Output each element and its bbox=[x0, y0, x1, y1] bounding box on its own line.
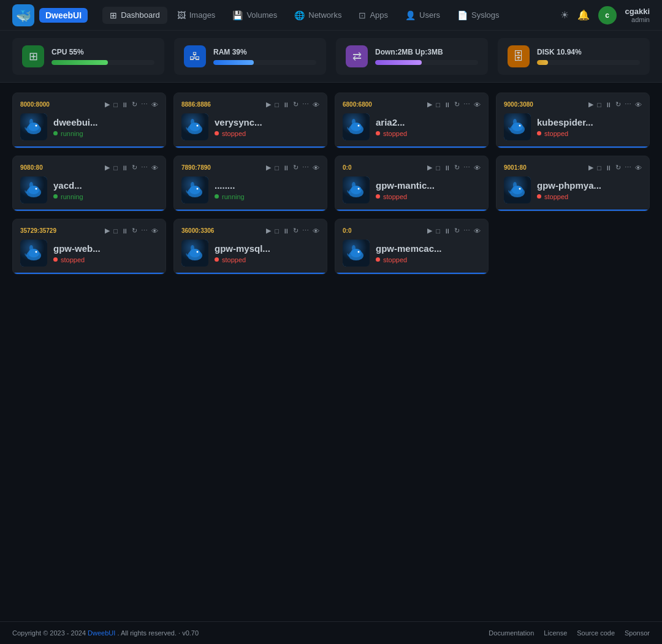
pause-icon[interactable]: ⏸ bbox=[121, 227, 128, 235]
pause-icon[interactable]: ⏸ bbox=[444, 227, 451, 235]
eye-icon[interactable]: 👁 bbox=[151, 101, 158, 108]
more-icon[interactable]: ⋯ bbox=[302, 227, 309, 235]
play-icon[interactable]: ▶ bbox=[427, 227, 432, 235]
more-icon[interactable]: ⋯ bbox=[463, 227, 470, 235]
play-icon[interactable]: ▶ bbox=[105, 100, 110, 108]
nav-networks[interactable]: 🌐 Networks bbox=[287, 7, 349, 24]
stop-icon[interactable]: □ bbox=[436, 164, 440, 172]
card-status: stopped bbox=[215, 130, 319, 137]
avatar[interactable]: c bbox=[598, 6, 617, 25]
restart-icon[interactable]: ↻ bbox=[293, 100, 299, 108]
stop-icon[interactable]: □ bbox=[436, 227, 440, 235]
restart-icon[interactable]: ↻ bbox=[615, 164, 621, 172]
stop-icon[interactable]: □ bbox=[275, 227, 279, 235]
footer-source-code[interactable]: Source code bbox=[577, 629, 615, 637]
eye-icon[interactable]: 👁 bbox=[474, 101, 481, 108]
play-icon[interactable]: ▶ bbox=[266, 164, 271, 172]
footer-left: Copyright © 2023 - 2024 DweebUI . All ri… bbox=[12, 629, 199, 637]
more-icon[interactable]: ⋯ bbox=[463, 164, 470, 172]
footer-license[interactable]: License bbox=[544, 629, 567, 637]
restart-icon[interactable]: ↻ bbox=[293, 164, 299, 172]
eye-icon[interactable]: 👁 bbox=[313, 101, 319, 108]
nav-volumes[interactable]: 💾 Volumes bbox=[225, 7, 284, 24]
eye-icon[interactable]: 👁 bbox=[635, 164, 642, 172]
svg-point-26 bbox=[29, 182, 33, 188]
nav-dashboard[interactable]: ⊞ Dashboard bbox=[102, 7, 167, 24]
eye-icon[interactable]: 👁 bbox=[635, 101, 642, 108]
stop-icon[interactable]: □ bbox=[275, 101, 279, 108]
more-icon[interactable]: ⋯ bbox=[625, 100, 631, 108]
pause-icon[interactable]: ⏸ bbox=[121, 164, 128, 172]
restart-icon[interactable]: ↻ bbox=[454, 164, 460, 172]
main-content: 8000:8000 ▶ □ ⏸ ↻ ⋯ 👁 bbox=[0, 83, 662, 621]
network-bar-fill bbox=[375, 60, 422, 65]
containers-grid: 8000:8000 ▶ □ ⏸ ↻ ⋯ 👁 bbox=[12, 93, 650, 275]
more-icon[interactable]: ⋯ bbox=[302, 100, 309, 108]
eye-icon[interactable]: 👁 bbox=[151, 227, 158, 235]
restart-icon[interactable]: ↻ bbox=[454, 227, 460, 235]
nav-syslogs[interactable]: 📄 Syslogs bbox=[450, 7, 507, 24]
ram-icon: 🖧 bbox=[184, 45, 206, 67]
nav-images[interactable]: 🖼 Images bbox=[170, 7, 223, 24]
more-icon[interactable]: ⋯ bbox=[625, 164, 631, 172]
logo-text[interactable]: DweebUI bbox=[39, 8, 88, 23]
card-info: gpw-web... stopped bbox=[53, 243, 158, 263]
notifications-icon[interactable]: 🔔 bbox=[577, 9, 590, 21]
stop-icon[interactable]: □ bbox=[275, 164, 279, 172]
footer-documentation[interactable]: Documentation bbox=[489, 629, 534, 637]
pause-icon[interactable]: ⏸ bbox=[444, 164, 451, 172]
pause-icon[interactable]: ⏸ bbox=[605, 164, 612, 172]
svg-point-30 bbox=[197, 188, 199, 190]
more-icon[interactable]: ⋯ bbox=[141, 164, 148, 172]
eye-icon[interactable]: 👁 bbox=[474, 164, 481, 172]
restart-icon[interactable]: ↻ bbox=[454, 100, 460, 108]
apps-icon: ⊡ bbox=[359, 10, 366, 20]
restart-icon[interactable]: ↻ bbox=[132, 227, 137, 235]
stop-icon[interactable]: □ bbox=[597, 164, 601, 172]
stop-icon[interactable]: □ bbox=[597, 101, 601, 108]
eye-icon[interactable]: 👁 bbox=[313, 227, 319, 235]
restart-icon[interactable]: ↻ bbox=[293, 227, 299, 235]
stat-disk: 🗄 DISK 10.94% bbox=[498, 38, 650, 75]
disk-icon: 🗄 bbox=[508, 45, 530, 67]
footer-sponsor[interactable]: Sponsor bbox=[625, 629, 650, 637]
syslogs-icon: 📄 bbox=[457, 10, 468, 20]
theme-icon[interactable]: ☀ bbox=[560, 9, 569, 21]
more-icon[interactable]: ⋯ bbox=[141, 100, 148, 108]
eye-icon[interactable]: 👁 bbox=[151, 164, 158, 172]
stop-icon[interactable]: □ bbox=[113, 101, 118, 108]
more-icon[interactable]: ⋯ bbox=[302, 164, 309, 172]
eye-icon[interactable]: 👁 bbox=[313, 164, 319, 172]
pause-icon[interactable]: ⏸ bbox=[283, 227, 289, 235]
footer-right: Documentation License Source code Sponso… bbox=[489, 629, 650, 637]
nav-users[interactable]: 👤 Users bbox=[398, 7, 447, 24]
restart-icon[interactable]: ↻ bbox=[132, 164, 137, 172]
eye-icon[interactable]: 👁 bbox=[474, 227, 481, 235]
pause-icon[interactable]: ⏸ bbox=[121, 101, 128, 108]
stop-icon[interactable]: □ bbox=[113, 164, 118, 172]
play-icon[interactable]: ▶ bbox=[266, 227, 271, 235]
play-icon[interactable]: ▶ bbox=[105, 164, 110, 172]
cpu-label: CPU 55% bbox=[51, 48, 154, 56]
svg-point-11 bbox=[191, 119, 194, 125]
play-icon[interactable]: ▶ bbox=[105, 227, 110, 235]
pause-icon[interactable]: ⏸ bbox=[444, 101, 451, 108]
more-icon[interactable]: ⋯ bbox=[141, 227, 148, 235]
restart-icon[interactable]: ↻ bbox=[132, 100, 137, 108]
pause-icon[interactable]: ⏸ bbox=[605, 101, 612, 108]
restart-icon[interactable]: ↻ bbox=[615, 100, 621, 108]
play-icon[interactable]: ▶ bbox=[427, 100, 432, 108]
more-icon[interactable]: ⋯ bbox=[463, 100, 470, 108]
header: 🐳 DweebUI ⊞ Dashboard 🖼 Images 💾 Volumes… bbox=[0, 0, 662, 31]
status-text: stopped bbox=[544, 193, 568, 200]
stop-icon[interactable]: □ bbox=[113, 227, 118, 235]
play-icon[interactable]: ▶ bbox=[588, 164, 593, 172]
play-icon[interactable]: ▶ bbox=[588, 100, 593, 108]
pause-icon[interactable]: ⏸ bbox=[283, 101, 289, 108]
card-actions: ▶ □ ⏸ ↻ ⋯ 👁 bbox=[105, 164, 158, 172]
stop-icon[interactable]: □ bbox=[436, 101, 440, 108]
nav-apps[interactable]: ⊡ Apps bbox=[351, 7, 395, 24]
play-icon[interactable]: ▶ bbox=[266, 100, 271, 108]
play-icon[interactable]: ▶ bbox=[427, 164, 432, 172]
pause-icon[interactable]: ⏸ bbox=[283, 164, 289, 172]
